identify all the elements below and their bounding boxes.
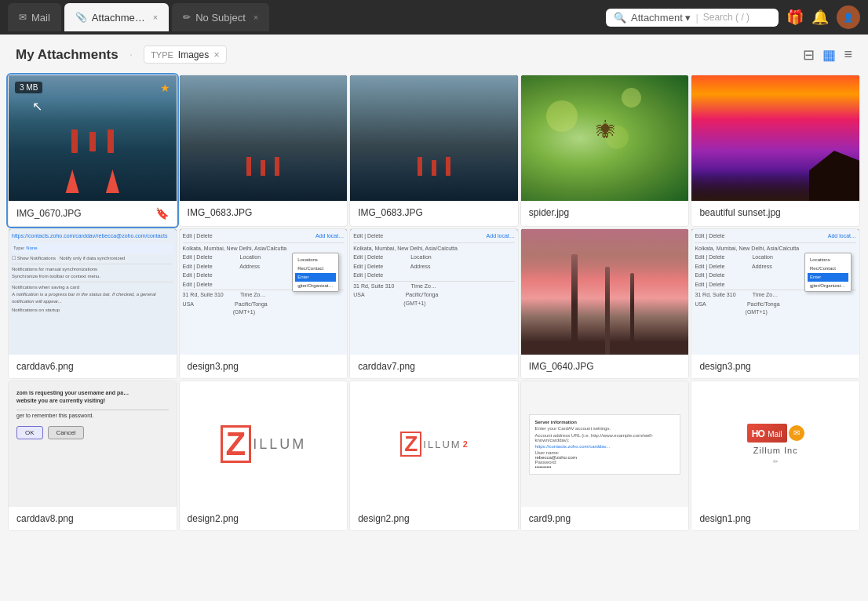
item-name: IMG_0640.JPG bbox=[529, 361, 594, 372]
search-bar[interactable]: 🔍 Attachment ▾ | Search ( / ) bbox=[606, 9, 779, 27]
list-view-icon[interactable]: ≡ bbox=[844, 46, 852, 63]
item-footer: design2.png bbox=[350, 507, 518, 530]
popup-menu: Locations Rec/Contact Enter gjter/Organi… bbox=[804, 253, 852, 292]
tab-attachments-close[interactable]: × bbox=[153, 13, 158, 22]
filter-icon[interactable]: ⊟ bbox=[803, 46, 815, 64]
image-preview: ↖ bbox=[9, 75, 177, 201]
item-name: carddav7.png bbox=[358, 361, 415, 372]
item-footer: carddav6.png bbox=[9, 355, 177, 378]
grid-item[interactable]: Z ILLUM 2 design2.png bbox=[349, 381, 519, 531]
grid-item[interactable]: Server information Enter your CardAV acc… bbox=[520, 381, 690, 531]
star-icon[interactable]: ★ bbox=[160, 82, 170, 94]
item-name: design2.png bbox=[358, 513, 409, 524]
header-actions: ⊟ ▦ ≡ bbox=[803, 46, 852, 64]
image-container: Edit | Delete Add locat… Kolkata, Mumbai… bbox=[350, 229, 518, 355]
page-header: My Attachments · TYPE Images × ⊟ ▦ ≡ bbox=[0, 35, 868, 75]
filter-close-button[interactable]: × bbox=[213, 49, 220, 60]
filter-type-label: TYPE bbox=[151, 50, 173, 60]
grid-item[interactable]: beautiful sunset.jpg bbox=[691, 75, 860, 227]
image-container bbox=[691, 75, 859, 201]
gift-icon[interactable]: 🎁 bbox=[786, 9, 804, 26]
grid-item[interactable]: Edit | Delete Add locat… Kolkata, Mumbai… bbox=[179, 228, 348, 379]
image-container: zom is requesting your username and pa…w… bbox=[9, 381, 177, 507]
grid-view-icon[interactable]: ▦ bbox=[822, 46, 836, 64]
image-container: https://contacts.zoho.com/carddav/rebecc… bbox=[9, 229, 177, 355]
more-action-icon[interactable]: ⋯ bbox=[119, 152, 130, 166]
topbar-actions: 🔍 Attachment ▾ | Search ( / ) 🎁 🔔 👤 bbox=[606, 5, 860, 29]
search-filter-label: Attachment ▾ bbox=[631, 12, 691, 24]
grid-item[interactable]: Edit | Delete Add locat… Kolkata, Mumbai… bbox=[349, 228, 519, 379]
tab-nosubject-close[interactable]: × bbox=[253, 13, 258, 22]
image-container: ↖ 3 MB ★ ✉ ➤ ⬇ ⋯ bbox=[9, 75, 177, 201]
tab-nosubject-label: No Subject bbox=[195, 12, 246, 24]
screenshot-preview: zom is requesting your username and pa…w… bbox=[9, 381, 177, 507]
topbar: ✉ Mail 📎 Attachme… × ✏ No Subject × 🔍 At… bbox=[0, 0, 868, 35]
tab-attachments-label: Attachme… bbox=[92, 12, 145, 24]
grid-item[interactable]: Edit | Delete Add locat… Kolkata, Mumbai… bbox=[691, 228, 860, 379]
item-footer: carddav7.png bbox=[350, 355, 518, 378]
item-name: spider.jpg bbox=[529, 207, 569, 218]
email-action-icon[interactable]: ✉ bbox=[55, 152, 65, 166]
grid-item[interactable]: IMG_0683.JPG bbox=[349, 75, 519, 227]
item-name: card9.png bbox=[529, 513, 571, 524]
item-name: design2.png bbox=[188, 513, 239, 524]
grid-item[interactable]: 🕷 spider.jpg bbox=[520, 75, 690, 227]
item-footer: design3.png bbox=[180, 355, 348, 378]
notification-icon[interactable]: 🔔 bbox=[811, 9, 829, 26]
item-footer: card9.png bbox=[521, 507, 689, 530]
filter-tag[interactable]: TYPE Images × bbox=[144, 46, 227, 64]
item-footer: IMG_0640.JPG bbox=[521, 355, 689, 378]
grid-item[interactable]: Z ILLUM design2.png bbox=[179, 381, 348, 531]
item-name: design1.png bbox=[699, 513, 750, 524]
item-footer: IMG_0683.JPG bbox=[350, 201, 518, 224]
grid-item[interactable]: IMG_0683.JPG bbox=[179, 75, 348, 227]
item-name: IMG_0670.JPG bbox=[16, 208, 82, 219]
item-footer: design2.png bbox=[180, 507, 348, 530]
screenshot-preview: https://contacts.zoho.com/carddav/rebecc… bbox=[9, 229, 177, 355]
item-footer: spider.jpg bbox=[521, 201, 689, 224]
image-container bbox=[180, 75, 348, 201]
image-container: Server information Enter your CardAV acc… bbox=[521, 381, 689, 507]
search-icon: 🔍 bbox=[614, 12, 626, 24]
grid-item[interactable]: HO Mail ✉ Zillum Inc ✏ design1.png bbox=[691, 381, 860, 531]
item-footer: beautiful sunset.jpg bbox=[691, 201, 859, 224]
image-container: Z ILLUM 2 bbox=[350, 381, 518, 507]
item-footer: design1.png bbox=[691, 507, 859, 530]
mail-icon: ✉ bbox=[19, 12, 27, 23]
grid-item[interactable]: IMG_0640.JPG bbox=[520, 228, 690, 379]
tab-nosubject[interactable]: ✏ No Subject × bbox=[172, 3, 269, 31]
image-container: Edit | Delete Add locat… Kolkata, Mumbai… bbox=[180, 229, 348, 355]
search-hint: Search ( / ) bbox=[703, 12, 749, 23]
avatar-initials: 👤 bbox=[843, 13, 854, 23]
item-footer: IMG_0683.JPG bbox=[180, 201, 348, 224]
filter-value: Images bbox=[178, 49, 209, 60]
image-container: HO Mail ✉ Zillum Inc ✏ bbox=[691, 381, 859, 507]
image-container: Edit | Delete Add locat… Kolkata, Mumbai… bbox=[691, 229, 859, 355]
tab-mail[interactable]: ✉ Mail bbox=[8, 3, 61, 31]
screenshot-preview: Edit | Delete Add locat… Kolkata, Mumbai… bbox=[180, 229, 348, 355]
download-action-icon[interactable]: ⬇ bbox=[97, 152, 108, 166]
header-separator: · bbox=[129, 48, 133, 62]
avatar[interactable]: 👤 bbox=[837, 5, 860, 29]
cancel-button: Cancel bbox=[48, 426, 85, 439]
attachment-icon: 📎 bbox=[75, 12, 87, 23]
grid-item[interactable]: zom is requesting your username and pa…w… bbox=[8, 381, 177, 531]
item-name: design3.png bbox=[188, 361, 239, 372]
tab-mail-label: Mail bbox=[31, 12, 50, 24]
item-name: carddav8.png bbox=[16, 513, 74, 524]
image-container bbox=[521, 229, 689, 355]
grid-item[interactable]: ↖ 3 MB ★ ✉ ➤ ⬇ ⋯ IMG_0670.JPG 🔖 bbox=[8, 75, 177, 227]
send-action-icon[interactable]: ➤ bbox=[76, 152, 86, 166]
tab-attachments[interactable]: 📎 Attachme… × bbox=[64, 3, 169, 31]
content-area: My Attachments · TYPE Images × ⊟ ▦ ≡ bbox=[0, 35, 868, 601]
popup-menu: Locations Rec/Contact Enter gjter/Organi… bbox=[292, 253, 339, 292]
attachment-grid: ↖ 3 MB ★ ✉ ➤ ⬇ ⋯ IMG_0670.JPG 🔖 bbox=[0, 75, 868, 539]
item-name: beautiful sunset.jpg bbox=[699, 207, 780, 218]
bookmark-icon[interactable]: 🔖 bbox=[155, 207, 169, 220]
grid-item[interactable]: https://contacts.zoho.com/carddav/rebecc… bbox=[8, 228, 177, 379]
item-footer: IMG_0670.JPG 🔖 bbox=[9, 201, 177, 226]
file-size-badge: 3 MB bbox=[15, 82, 42, 93]
item-name: IMG_0683.JPG bbox=[188, 207, 253, 218]
item-name: IMG_0683.JPG bbox=[358, 207, 423, 218]
item-footer: design3.png bbox=[691, 355, 859, 378]
